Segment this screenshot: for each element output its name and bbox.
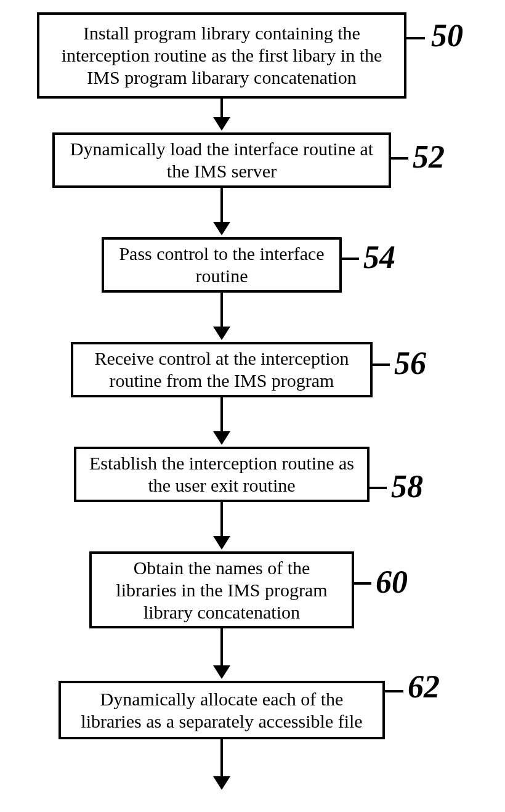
arrow-5 bbox=[213, 502, 230, 550]
arrow-7 bbox=[213, 739, 230, 790]
step-box-60: Obtain the names of the libraries in the… bbox=[89, 551, 354, 628]
step-text: Pass control to the interface routine bbox=[115, 243, 328, 287]
step-number-54: 54 bbox=[363, 239, 395, 275]
step-box-58: Establish the interception routine as th… bbox=[74, 447, 370, 502]
leader-56 bbox=[371, 363, 390, 366]
leader-50 bbox=[405, 37, 425, 39]
leader-52 bbox=[390, 157, 408, 160]
step-text: Establish the interception routine as th… bbox=[87, 452, 356, 497]
step-text: Receive control at the interception rout… bbox=[84, 347, 359, 392]
step-number-52: 52 bbox=[413, 139, 445, 175]
step-number-50: 50 bbox=[431, 17, 463, 54]
step-number-62: 62 bbox=[408, 668, 440, 705]
step-text: Obtain the names of the libraries in the… bbox=[103, 557, 341, 623]
arrow-1 bbox=[213, 99, 230, 131]
step-text: Dynamically load the interface routine a… bbox=[66, 138, 378, 182]
leader-58 bbox=[368, 487, 387, 489]
leader-62 bbox=[384, 690, 403, 692]
step-box-56: Receive control at the interception rout… bbox=[71, 342, 373, 397]
step-number-60: 60 bbox=[376, 564, 408, 600]
step-box-54: Pass control to the interface routine bbox=[102, 237, 342, 293]
arrow-4 bbox=[213, 397, 230, 445]
arrow-6 bbox=[213, 628, 230, 679]
step-box-52: Dynamically load the interface routine a… bbox=[52, 132, 391, 188]
leader-60 bbox=[353, 582, 371, 585]
flowchart: Install program library containing the i… bbox=[0, 0, 505, 812]
arrow-3 bbox=[213, 293, 230, 340]
arrow-2 bbox=[213, 188, 230, 235]
step-box-50: Install program library containing the i… bbox=[37, 12, 406, 99]
leader-54 bbox=[341, 258, 359, 260]
step-number-58: 58 bbox=[391, 468, 423, 505]
step-text: Install program library containing the i… bbox=[50, 22, 393, 89]
step-number-56: 56 bbox=[394, 345, 426, 381]
step-text: Dynamically allocate each of the librari… bbox=[72, 688, 371, 733]
step-box-62: Dynamically allocate each of the librari… bbox=[59, 681, 385, 739]
